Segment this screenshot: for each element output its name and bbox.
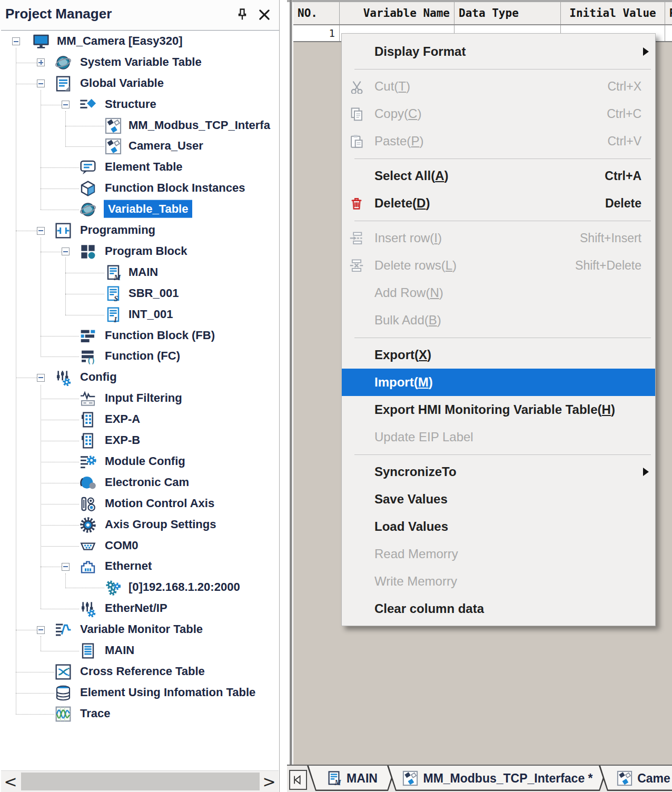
- tree-item-main[interactable]: MAIN: [1, 640, 279, 661]
- menu-item-label: Clear column data: [374, 601, 484, 616]
- delete-rows-icon: [349, 258, 364, 273]
- menu-item-import[interactable]: Import(M): [342, 369, 655, 396]
- tree-item-input-filtering[interactable]: Input Filtering: [1, 388, 279, 409]
- tree-item-label: Input Filtering: [105, 391, 182, 405]
- project-tree: MM_Camera [Easy320]System Variable Table…: [1, 30, 279, 770]
- tree-connector: [65, 146, 104, 147]
- tree-item-mm-modbus-tcp-interfa[interactable]: MM_Modbus_TCP_Interfa: [1, 115, 279, 136]
- menu-item-clear-column-data[interactable]: Clear column data: [342, 595, 655, 622]
- tree-item-motion-control-axis[interactable]: Motion Control Axis: [1, 493, 279, 514]
- electronic-cam-icon: [79, 474, 97, 491]
- tab-mm-modbus-tcp-interface[interactable]: MM_Modbus_TCP_Interface *: [387, 766, 608, 791]
- tree-item-main[interactable]: MMAIN: [1, 262, 279, 283]
- menu-item-select-all[interactable]: Select All(A)Ctrl+A: [342, 162, 655, 190]
- tree-item-label: Global Variable: [80, 76, 164, 90]
- tree-item-electronic-cam[interactable]: Electronic Cam: [1, 472, 279, 493]
- tree-item-function-block-fb[interactable]: Function Block (FB): [1, 325, 279, 346]
- menu-item-label: Display Format: [374, 44, 466, 59]
- svg-text:S: S: [114, 294, 118, 302]
- context-menu: Display FormatCut(T)Ctrl+XCopy(C)Ctrl+CP…: [341, 33, 656, 626]
- collapse-icon[interactable]: [37, 374, 45, 382]
- tree-item-element-using-infomation-table[interactable]: Element Using Infomation Table: [1, 682, 279, 704]
- column-header-initial-value[interactable]: Initial Value: [561, 2, 665, 24]
- menu-item-read-memorry: Read Memorry: [342, 540, 655, 568]
- tree-item-function-fc[interactable]: ()Function (FC): [1, 346, 279, 368]
- tree-connector: [16, 231, 37, 231]
- tree-item-sbr-001[interactable]: SSBR_001: [1, 283, 279, 304]
- tree-item-mm-camera-easy320[interactable]: MM_Camera [Easy320]: [1, 31, 279, 52]
- tree-connector: [65, 273, 104, 273]
- scrollbar-thumb[interactable]: [21, 773, 260, 790]
- tree-connector: [16, 693, 54, 694]
- column-header-r[interactable]: R: [665, 2, 672, 24]
- tree-item-programming[interactable]: Programming: [1, 220, 279, 241]
- menu-item-load-values[interactable]: Load Values: [342, 513, 655, 540]
- tree-item-label: Function Block Instances: [105, 181, 245, 195]
- menu-item-export[interactable]: Export(X): [342, 341, 655, 369]
- collapse-icon[interactable]: [37, 80, 45, 87]
- tree-item-ethernet[interactable]: Ethernet: [1, 557, 279, 578]
- menu-item-save-values[interactable]: Save Values: [342, 486, 655, 513]
- table-cell[interactable]: 1: [293, 25, 340, 41]
- collapse-icon[interactable]: [62, 563, 70, 571]
- database-icon: [54, 685, 72, 701]
- menu-separator: [354, 221, 651, 221]
- tree-item-label: MM_Modbus_TCP_Interfa: [129, 118, 270, 132]
- column-header-data-type[interactable]: Data Type: [454, 2, 561, 24]
- tree-item-int-001[interactable]: IINT_001: [1, 304, 279, 325]
- tree-item-variable-table[interactable]: Variable_Table: [1, 199, 279, 220]
- menu-item-delete[interactable]: Delete(D)Delete: [342, 190, 655, 217]
- menu-shortcut: Ctrl+C: [607, 107, 641, 121]
- tree-item-exp-a[interactable]: EXP-A: [1, 409, 279, 430]
- horizontal-scrollbar[interactable]: < >: [1, 770, 279, 792]
- tree-item-cross-reference-table[interactable]: Cross Reference Table: [1, 661, 279, 682]
- svg-text:M: M: [334, 779, 341, 786]
- collapse-icon[interactable]: [12, 37, 20, 45]
- structure-icon: [104, 138, 122, 155]
- tree-item-global-variable[interactable]: Global Variable: [1, 73, 279, 94]
- document-plain-icon: [79, 642, 97, 659]
- table-header-row: NO.Variable NameData TypeInitial ValueR: [293, 2, 672, 25]
- tab-main[interactable]: MMAIN: [307, 766, 397, 791]
- tree-item-com0[interactable]: COM0: [1, 536, 279, 557]
- collapse-icon[interactable]: [37, 227, 45, 235]
- tree-item-label: Trace: [80, 707, 111, 720]
- column-header-variable-name[interactable]: Variable Name: [340, 2, 454, 24]
- collapse-icon[interactable]: [62, 247, 70, 255]
- function-fc-icon: (): [79, 348, 97, 365]
- collapse-icon[interactable]: [62, 101, 70, 108]
- tree-item-function-block-instances[interactable]: Function Block Instances: [1, 178, 279, 199]
- menu-item-syncronizeto[interactable]: SyncronizeTo: [342, 458, 655, 486]
- menu-item-label: Export(X): [374, 348, 431, 362]
- expand-icon[interactable]: [37, 58, 45, 66]
- trace-icon: [54, 706, 72, 722]
- close-icon[interactable]: [257, 7, 272, 22]
- scroll-left-icon[interactable]: [289, 770, 307, 790]
- column-header-no-[interactable]: NO.: [293, 2, 340, 24]
- menu-item-label: Write Memorry: [374, 574, 457, 589]
- com-port-icon: [79, 538, 97, 555]
- tree-item-module-config[interactable]: Module Config: [1, 451, 279, 472]
- table-cell[interactable]: [665, 25, 672, 41]
- pin-icon[interactable]: [235, 7, 250, 22]
- tree-item-config[interactable]: Config: [1, 367, 279, 388]
- menu-item-export-hmi-monitoring-variable-table[interactable]: Export HMI Monitoring Variable Table(H): [342, 396, 655, 423]
- tree-item-exp-b[interactable]: EXP-B: [1, 430, 279, 451]
- tree-item-0-192-168-1-20-2000[interactable]: [0]192.168.1.20:2000: [1, 577, 279, 598]
- tree-item-ethernet-ip[interactable]: EtherNet/IP: [1, 598, 279, 619]
- tree-item-program-block[interactable]: Program Block: [1, 241, 279, 262]
- scroll-right-arrow[interactable]: >: [260, 771, 279, 792]
- tab-came[interactable]: Came: [599, 766, 672, 791]
- tree-item-variable-monitor-table[interactable]: Variable Monitor Table: [1, 619, 279, 640]
- submenu-arrow-icon: [643, 468, 649, 476]
- tree-item-camera-user[interactable]: Camera_User: [1, 136, 279, 157]
- tree-item-axis-group-settings[interactable]: Axis Group Settings: [1, 514, 279, 536]
- tree-item-system-variable-table[interactable]: System Variable Table: [1, 52, 279, 73]
- menu-item-display-format[interactable]: Display Format: [342, 38, 655, 65]
- tree-item-trace[interactable]: Trace: [1, 704, 279, 725]
- collapse-icon[interactable]: [37, 626, 45, 634]
- tree-item-element-table[interactable]: Element Table: [1, 157, 279, 178]
- tree-connector: [41, 252, 62, 252]
- tree-item-structure[interactable]: Structure: [1, 94, 279, 115]
- scroll-left-arrow[interactable]: <: [1, 771, 20, 792]
